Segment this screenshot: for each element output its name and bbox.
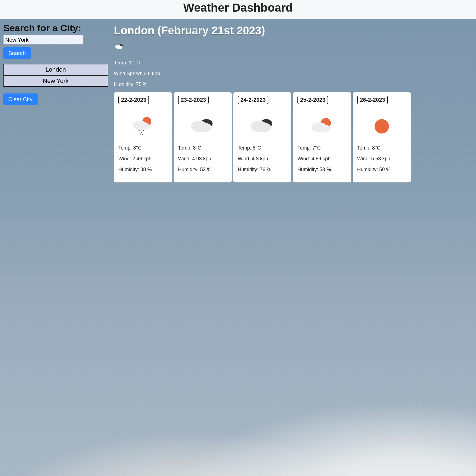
sun-snow-icon [130,115,156,137]
forecast-temp: Temp: 7°C [297,145,347,151]
results: London (February 21st 2023) Temp: 11°C W… [114,23,473,182]
current-wind: Wind Speed: 2.6 kph [114,71,473,77]
forecast-card: 24-2-2023 Temp: 8°C Wind: 4.3 kph Humidi… [233,92,291,182]
city-search-input[interactable] [3,35,83,45]
forecast-humidity: Humidity: 76 % [238,167,287,172]
forecast-humidity: Humidity: 53 % [178,167,227,172]
current-weather: London (February 21st 2023) Temp: 11°C W… [114,24,473,87]
search-history: London New York [3,64,108,87]
sunny-icon [368,115,395,137]
forecast-date: 24-2-2023 [238,96,268,104]
forecast-date: 25-2-2023 [297,96,328,104]
history-city[interactable]: New York [3,75,108,87]
partly-icon [309,115,335,137]
forecast-humidity: Humidity: 50 % [357,167,406,172]
forecast-date: 26-2-2023 [357,96,388,104]
forecast-wind: Wind: 4.93 kph [178,156,227,162]
forecast-temp: Temp: 8°C [357,145,406,151]
search-heading: Search for a City: [3,23,108,33]
forecast-wind: Wind: 4.89 kph [297,156,347,162]
clouds-icon [189,115,216,137]
cloudy-icon [114,43,129,55]
content: Search for a City: Search London New Yor… [0,19,476,476]
forecast-humidity: Humidity: 88 % [118,167,168,172]
current-humidity: Humidity: 75 % [114,82,473,87]
app-header: Weather Dashboard [0,0,476,19]
forecast-card: 25-2-2023 Temp: 7°C Wind: 4.89 kph Humid… [293,92,351,182]
forecast-temp: Temp: 8°C [238,145,287,151]
sidebar: Search for a City: Search London New Yor… [3,23,108,182]
current-temp: Temp: 11°C [114,60,473,66]
page-title: Weather Dashboard [0,1,476,14]
search-button[interactable]: Search [3,47,31,59]
forecast-humidity: Humidity: 53 % [297,167,347,172]
forecast-wind: Wind: 4.3 kph [238,156,287,162]
forecast-temp: Temp: 8°C [118,145,168,151]
forecast-card: 26-2-2023 Temp: 8°C Wind: 5.53 kph Humid… [353,92,411,182]
history-city[interactable]: London [3,64,108,75]
forecast-temp: Temp: 8°C [178,145,227,151]
forecast-date: 22-2-2023 [118,96,149,104]
forecast-card: 23-2-2023 Temp: 8°C Wind: 4.93 kph Humid… [174,92,232,182]
forecast-wind: Wind: 2.46 kph [118,156,168,162]
forecast-wind: Wind: 5.53 kph [357,156,406,162]
clear-history-button[interactable]: Clear City [3,93,38,105]
current-title: London (February 21st 2023) [114,24,473,37]
forecast-date: 23-2-2023 [178,96,209,104]
forecast-card: 22-2-2023 Temp: 8°C Wind: 2.46 kph Humid… [114,92,172,182]
forecast-row: 22-2-2023 Temp: 8°C Wind: 2.46 kph Humid… [114,92,473,182]
clouds-icon [249,115,276,137]
